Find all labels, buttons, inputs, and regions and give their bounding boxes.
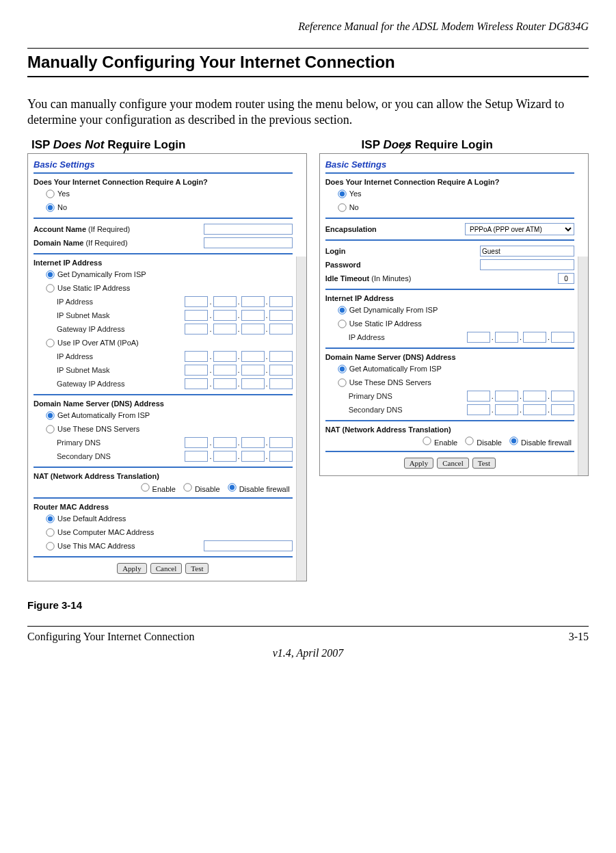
figure-caption: Figure 3-14 bbox=[27, 599, 589, 611]
ipoa-subnet-input[interactable]: ... bbox=[185, 365, 292, 376]
ip-dynamic-radio[interactable] bbox=[338, 306, 346, 314]
apply-button[interactable]: Apply bbox=[404, 458, 434, 469]
footer-left: Configuring Your Internet Connection bbox=[27, 631, 194, 643]
nat-enable-radio[interactable] bbox=[423, 436, 431, 445]
panel-no-login: Basic Settings Does Your Internet Connec… bbox=[27, 153, 307, 581]
ipoa-gateway-input[interactable]: ... bbox=[185, 378, 292, 389]
panel-title: Basic Settings bbox=[325, 159, 574, 170]
ip-dynamic-radio[interactable] bbox=[46, 270, 54, 278]
encapsulation-select[interactable]: PPPoA (PPP over ATM) bbox=[465, 223, 574, 235]
login-no-radio[interactable] bbox=[338, 203, 346, 211]
no-label: No bbox=[57, 203, 67, 211]
account-name-label: Account Name bbox=[34, 225, 86, 233]
mac-this-input[interactable] bbox=[204, 540, 293, 551]
yes-label: Yes bbox=[57, 189, 70, 198]
domain-name-input[interactable] bbox=[204, 237, 293, 248]
ipoa-radio[interactable] bbox=[46, 339, 54, 347]
callout-right: ISP Does Require Login bbox=[362, 138, 493, 152]
nat-disable-fw-radio[interactable] bbox=[509, 436, 518, 445]
doc-header-title: Reference Manual for the ADSL Modem Wire… bbox=[27, 21, 589, 33]
login-no-radio[interactable] bbox=[46, 203, 54, 211]
password-input[interactable] bbox=[480, 259, 574, 270]
test-button[interactable]: Test bbox=[185, 563, 209, 574]
account-name-input[interactable] bbox=[204, 224, 293, 235]
encapsulation-label: Encapsulation bbox=[325, 225, 377, 233]
primary-dns-input[interactable]: ... bbox=[467, 391, 574, 402]
internet-ip-head: Internet IP Address bbox=[34, 259, 293, 267]
dns-manual-radio[interactable] bbox=[46, 425, 54, 433]
footer-version: v1.4, April 2007 bbox=[27, 647, 589, 659]
if-required-note: (If Required) bbox=[88, 225, 130, 233]
primary-dns-input[interactable]: ... bbox=[185, 437, 292, 448]
apply-button[interactable]: Apply bbox=[117, 563, 147, 574]
panel-title: Basic Settings bbox=[34, 159, 293, 170]
login-yes-radio[interactable] bbox=[338, 189, 346, 198]
mac-head: Router MAC Address bbox=[34, 503, 293, 511]
page-number: 3-15 bbox=[569, 631, 589, 643]
dns-manual-radio[interactable] bbox=[338, 378, 346, 386]
login-input[interactable] bbox=[480, 246, 574, 257]
section-heading: Manually Configuring Your Internet Conne… bbox=[27, 53, 589, 77]
callout-left: ISP Does Not Require Login bbox=[31, 138, 185, 152]
header-rule bbox=[27, 48, 589, 49]
intro-paragraph: You can manually configure your modem ro… bbox=[27, 96, 589, 127]
dns-head: Domain Name Server (DNS) Address bbox=[34, 399, 293, 408]
nat-disable-radio[interactable] bbox=[466, 436, 474, 445]
mac-default-radio[interactable] bbox=[46, 514, 54, 523]
gateway-input[interactable]: ... bbox=[185, 324, 292, 334]
subnet-input[interactable]: ... bbox=[185, 310, 292, 321]
static-ip-input[interactable]: ... bbox=[467, 332, 574, 343]
login-question: Does Your Internet Connection Require A … bbox=[325, 178, 574, 186]
login-yes-radio[interactable] bbox=[46, 189, 54, 198]
ip-static-radio[interactable] bbox=[46, 284, 54, 292]
dns-auto-radio[interactable] bbox=[338, 365, 346, 373]
mac-computer-radio[interactable] bbox=[46, 528, 54, 536]
test-button[interactable]: Test bbox=[472, 458, 496, 469]
cancel-button[interactable]: Cancel bbox=[437, 458, 469, 469]
dns-auto-radio[interactable] bbox=[46, 411, 54, 419]
mac-this-radio[interactable] bbox=[46, 542, 54, 550]
nat-enable-radio[interactable] bbox=[141, 483, 149, 491]
cancel-button[interactable]: Cancel bbox=[150, 563, 183, 574]
idle-timeout-input[interactable] bbox=[558, 273, 574, 284]
ip-static-radio[interactable] bbox=[338, 319, 346, 328]
nat-head: NAT (Network Address Translation) bbox=[34, 472, 293, 480]
domain-name-label: Domain Name bbox=[34, 239, 83, 247]
footer-rule bbox=[27, 626, 589, 627]
panel-login: Basic Settings Does Your Internet Connec… bbox=[319, 153, 589, 476]
ipoa-ip-input[interactable]: ... bbox=[185, 351, 292, 362]
static-ip-input[interactable]: ... bbox=[185, 296, 292, 307]
nat-disable-fw-radio[interactable] bbox=[228, 483, 236, 491]
scrollbar-track[interactable] bbox=[578, 257, 588, 475]
secondary-dns-input[interactable]: ... bbox=[467, 404, 574, 415]
login-question: Does Your Internet Connection Require A … bbox=[34, 178, 293, 186]
scrollbar-track[interactable] bbox=[296, 257, 306, 581]
secondary-dns-input[interactable]: ... bbox=[185, 451, 292, 462]
nat-disable-radio[interactable] bbox=[183, 483, 191, 491]
